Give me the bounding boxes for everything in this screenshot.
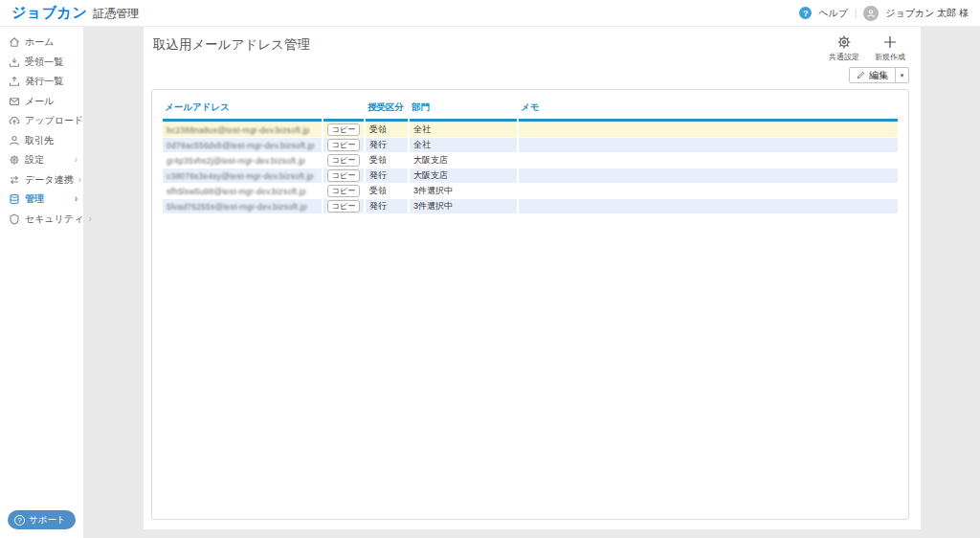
- gear-icon: [9, 154, 20, 166]
- department-cell: 3件選択中: [410, 184, 517, 198]
- create-new-label: 新規作成: [875, 52, 905, 62]
- edit-dropdown-caret[interactable]: ▾: [896, 67, 909, 83]
- chevron-right-icon: ›: [75, 194, 78, 204]
- category-cell: 受領: [366, 184, 408, 198]
- edit-button[interactable]: 編集: [849, 67, 896, 83]
- page-title: 取込用メールアドレス管理: [153, 36, 310, 54]
- sidebar-item-label: 受領一覧: [25, 56, 63, 69]
- department-cell: 3件選択中: [410, 199, 517, 213]
- category-cell: 発行: [366, 138, 408, 152]
- email-address: bc2388na8ux@test-mgr-dev.bizsoft.jp: [167, 125, 310, 135]
- support-label: サポート: [29, 514, 66, 527]
- sidebar: ホーム 受領一覧 発行一覧 メール アップロード 取引先: [0, 27, 84, 538]
- common-settings-label: 共通設定: [829, 52, 859, 62]
- top-bar: ジョブカン 証憑管理 ? ヘルプ | ジョブカン 太郎 様: [0, 0, 980, 27]
- chevron-right-icon: ›: [88, 214, 91, 224]
- mail-address-table: メールアドレス 授受区分 部門 メモ bc2388na8ux@test-mgr-…: [161, 99, 900, 214]
- topbar-right: ? ヘルプ | ジョブカン 太郎 様: [799, 6, 969, 21]
- category-cell: 受領: [366, 153, 408, 168]
- sidebar-item-upload[interactable]: アップロード: [0, 111, 83, 131]
- sidebar-item-label: セキュリティ: [25, 213, 83, 226]
- column-header-email[interactable]: メールアドレス: [163, 100, 322, 122]
- mail-icon: [9, 96, 20, 107]
- table-row[interactable]: c38076s3e4sy@test-mgr-dev.bizsoft.jp コピー…: [163, 168, 898, 183]
- copy-button[interactable]: コピー: [327, 185, 360, 197]
- edit-label: 編集: [869, 69, 888, 82]
- sidebar-item-issued-list[interactable]: 発行一覧: [0, 72, 83, 92]
- create-new-button[interactable]: 新規作成: [875, 34, 905, 62]
- download-tray-icon: [9, 56, 20, 68]
- main-content: 取込用メールアドレス管理 共通設定 新規作成 編集 ▾: [144, 27, 921, 529]
- cloud-upload-icon: [9, 115, 20, 126]
- sidebar-item-label: 発行一覧: [25, 75, 63, 88]
- memo-cell: [519, 184, 898, 198]
- help-link[interactable]: ヘルプ: [818, 7, 848, 20]
- person-icon: [9, 135, 20, 146]
- table-row[interactable]: sfh5lsw5u98@test-mgr-dev.bizsoft.jp コピー …: [163, 184, 898, 198]
- user-avatar-icon[interactable]: [863, 6, 879, 21]
- table-row[interactable]: bc2388na8ux@test-mgr-dev.bizsoft.jp コピー …: [163, 123, 898, 137]
- copy-button[interactable]: コピー: [327, 169, 360, 182]
- category-cell: 発行: [366, 168, 408, 183]
- memo-cell: [519, 153, 898, 168]
- chevron-right-icon: ›: [75, 155, 78, 165]
- plus-icon: [882, 34, 898, 50]
- sidebar-item-label: アップロード: [25, 114, 83, 127]
- department-cell: 大阪支店: [410, 153, 517, 168]
- memo-cell: [519, 123, 898, 137]
- sidebar-item-home[interactable]: ホーム: [0, 33, 83, 53]
- column-header-category[interactable]: 授受区分: [366, 100, 408, 122]
- column-header-copy: [323, 100, 364, 122]
- sidebar-item-received-list[interactable]: 受領一覧: [0, 53, 83, 73]
- question-icon: ?: [14, 515, 25, 526]
- sidebar-item-label: 取引先: [25, 134, 54, 147]
- copy-button[interactable]: コピー: [327, 139, 360, 151]
- gear-icon: [836, 34, 852, 50]
- email-address: c38076s3e4sy@test-mgr-dev.bizsoft.jp: [167, 171, 314, 181]
- sidebar-item-partners[interactable]: 取引先: [0, 131, 83, 151]
- common-settings-button[interactable]: 共通設定: [829, 34, 859, 62]
- category-cell: 発行: [366, 199, 408, 213]
- table-row[interactable]: gr4p35vhs2j@test-mgr-dev.bizsoft.jp コピー …: [163, 153, 898, 168]
- edit-split-button: 編集 ▾: [849, 67, 909, 83]
- sidebar-item-label: メール: [25, 95, 54, 108]
- table-panel: メールアドレス 授受区分 部門 メモ bc2388na8ux@test-mgr-…: [151, 89, 909, 520]
- copy-button[interactable]: コピー: [327, 154, 360, 167]
- column-header-memo[interactable]: メモ: [519, 100, 898, 122]
- sidebar-item-label: 設定: [25, 153, 44, 167]
- sidebar-item-security[interactable]: セキュリティ ›: [0, 210, 83, 230]
- user-name[interactable]: ジョブカン 太郎 様: [885, 7, 969, 20]
- email-address: 5lvad76255s@test-mgr-dev.bizsoft.jp: [167, 202, 307, 212]
- sidebar-item-label: データ連携: [25, 173, 73, 187]
- app-name: 証憑管理: [93, 6, 139, 22]
- sidebar-item-settings[interactable]: 設定 ›: [0, 150, 83, 170]
- table-row[interactable]: 5lvad76255s@test-mgr-dev.bizsoft.jp コピー …: [163, 199, 898, 213]
- email-address: 0d79ac556dvb@test-mgr-dev.bizsoft.jp: [167, 141, 315, 150]
- memo-cell: [519, 168, 898, 183]
- help-icon[interactable]: ?: [799, 7, 812, 19]
- department-cell: 大阪支店: [410, 168, 517, 183]
- sidebar-item-management[interactable]: 管理 ›: [0, 190, 83, 210]
- home-icon: [9, 36, 20, 48]
- memo-cell: [519, 199, 898, 213]
- sidebar-item-data-link[interactable]: データ連携 ›: [0, 170, 83, 191]
- table-row[interactable]: 0d79ac556dvb@test-mgr-dev.bizsoft.jp コピー…: [163, 138, 898, 152]
- chevron-right-icon: ›: [78, 175, 80, 185]
- email-address: sfh5lsw5u98@test-mgr-dev.bizsoft.jp: [167, 187, 306, 196]
- topbar-divider: |: [855, 9, 857, 18]
- department-cell: 全社: [410, 138, 517, 152]
- sidebar-item-label: 管理: [25, 192, 44, 206]
- copy-button[interactable]: コピー: [327, 123, 360, 136]
- upload-tray-icon: [9, 76, 20, 87]
- sync-arrows-icon: [9, 174, 20, 186]
- category-cell: 受領: [366, 123, 408, 137]
- pencil-icon: [857, 71, 865, 79]
- copy-button[interactable]: コピー: [327, 200, 360, 213]
- sidebar-item-label: ホーム: [25, 35, 54, 49]
- brand[interactable]: ジョブカン 証憑管理: [11, 4, 139, 22]
- sidebar-item-mail[interactable]: メール: [0, 92, 83, 112]
- database-stack-icon: [9, 193, 20, 205]
- table-header-row: メールアドレス 授受区分 部門 メモ: [163, 100, 898, 122]
- support-button[interactable]: ? サポート: [8, 510, 76, 529]
- column-header-department[interactable]: 部門: [410, 100, 517, 122]
